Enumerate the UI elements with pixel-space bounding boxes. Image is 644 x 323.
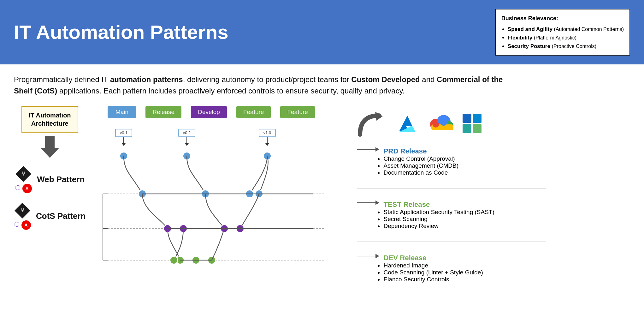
release-sections: PRD Release Change Control (Approval) As… [357, 147, 546, 283]
svg-marker-0 [40, 136, 59, 158]
dev-release-title: DEV Release [383, 254, 483, 262]
svg-point-45 [170, 256, 178, 264]
arch-box-line1: IT Automation [29, 112, 71, 119]
page-title: IT Automation Patterns [14, 21, 228, 43]
prd-arrow [357, 149, 379, 150]
branch-label-feature2: Feature [280, 106, 315, 118]
vmware-icon [461, 112, 486, 135]
gcp-icon [426, 112, 455, 135]
curved-arrow-icon [357, 109, 388, 138]
business-relevance-box: Business Relevance: Speed and Agility (A… [495, 9, 630, 56]
business-relevance-item-1: Speed and Agility (Automated Common Patt… [508, 25, 624, 33]
web-pattern-icons: ⑂ ⬡ A [15, 165, 32, 193]
web-pattern-label: Web Pattern [37, 175, 85, 184]
azure-icon [395, 112, 420, 135]
cots-pattern-item: ⑂ ⬡ A CotS Pattern [14, 202, 86, 230]
dev-item-3: Elanco Security Controls [383, 276, 483, 283]
branch-label-main: Main [108, 106, 136, 118]
svg-marker-14 [185, 143, 189, 146]
business-relevance-list: Speed and Agility (Automated Common Patt… [501, 25, 624, 51]
prd-item-1: Change Control (Approval) [383, 155, 458, 162]
divider-1 [357, 188, 546, 188]
prd-release-title: PRD Release [383, 147, 458, 155]
svg-rect-61 [473, 114, 482, 123]
test-item-3: Dependency Review [383, 223, 494, 230]
svg-marker-12 [122, 143, 126, 146]
test-content: TEST Release Static Application Security… [383, 200, 494, 230]
git-diamond-web-icon: ⑂ [15, 165, 32, 182]
cots-pattern-label: CotS Pattern [36, 211, 86, 221]
svg-point-59 [440, 118, 447, 126]
prd-item-2: Asset Management (CMDB) [383, 162, 458, 169]
terraform-cots-icon: ⬡ [14, 220, 20, 230]
test-release-list: Static Application Security Testing (SAS… [383, 209, 494, 230]
arch-box-line2: Architecture [31, 120, 68, 127]
svg-text:v0.2: v0.2 [183, 130, 191, 135]
svg-point-58 [433, 121, 439, 128]
dev-release-section: DEV Release Hardened Image Code Scanning… [357, 254, 546, 283]
diagram-area: IT Automation Architecture ⑂ ⬡ A [14, 106, 630, 287]
svg-text:⑂: ⑂ [22, 170, 25, 177]
svg-rect-63 [473, 124, 482, 133]
left-panel: IT Automation Architecture ⑂ ⬡ A [14, 106, 86, 234]
svg-text:⑂: ⑂ [21, 207, 24, 213]
test-arrow [357, 202, 379, 203]
dev-content: DEV Release Hardened Image Code Scanning… [383, 254, 483, 283]
terraform-web-icon: ⬡ [15, 184, 21, 193]
dev-item-2: Code Scanning (Linter + Style Guide) [383, 269, 483, 276]
description-paragraph: Programmatically defined IT automation p… [14, 74, 519, 97]
git-graph-svg: v0.1 v0.2 v1.0 [98, 128, 335, 285]
header: IT Automation Patterns Business Relevanc… [0, 0, 644, 64]
branch-labels: Main Release Develop Feature Feature [98, 106, 351, 118]
test-release-title: TEST Release [383, 200, 494, 209]
branch-label-feature1: Feature [236, 106, 271, 118]
ansible-cots-icon: A [21, 220, 31, 230]
web-pattern-item: ⑂ ⬡ A Web Pattern [15, 165, 85, 193]
svg-text:v0.1: v0.1 [120, 130, 128, 135]
cots-pattern-icons: ⑂ ⬡ A [14, 202, 31, 230]
svg-rect-62 [463, 124, 471, 133]
svg-marker-50 [375, 112, 383, 121]
git-diamond-cots-icon: ⑂ [14, 202, 31, 219]
arrow-down-large-icon [40, 136, 59, 158]
svg-rect-60 [463, 114, 471, 123]
cloud-icons-row [357, 109, 546, 138]
dev-arrow [357, 256, 379, 256]
prd-release-section: PRD Release Change Control (Approval) As… [357, 147, 546, 176]
business-relevance-item-2: Flexibility (Platform Agnostic) [508, 33, 624, 42]
branch-label-develop: Develop [191, 106, 227, 118]
prd-release-list: Change Control (Approval) Asset Manageme… [383, 155, 458, 176]
prd-item-3: Documentation as Code [383, 169, 458, 176]
test-item-2: Secret Scanning [383, 216, 494, 223]
dev-item-1: Hardened Image [383, 262, 483, 269]
test-release-section: TEST Release Static Application Security… [357, 200, 546, 230]
architecture-box: IT Automation Architecture [21, 106, 78, 133]
divider-2 [357, 242, 546, 242]
prd-content: PRD Release Change Control (Approval) As… [383, 147, 458, 176]
business-relevance-title: Business Relevance: [501, 14, 624, 23]
svg-text:v1.0: v1.0 [263, 130, 271, 135]
test-item-1: Static Application Security Testing (SAS… [383, 209, 494, 216]
branch-label-release: Release [145, 106, 181, 118]
right-panel: PRD Release Change Control (Approval) As… [357, 106, 546, 283]
ansible-web-icon: A [22, 184, 32, 193]
git-graph-container: Main Release Develop Feature Feature v0.… [98, 106, 351, 287]
dev-release-list: Hardened Image Code Scanning (Linter + S… [383, 262, 483, 283]
svg-marker-16 [265, 143, 269, 146]
business-relevance-item-3: Security Posture (Proactive Controls) [508, 42, 624, 51]
main-content: Programmatically defined IT automation p… [0, 64, 644, 293]
